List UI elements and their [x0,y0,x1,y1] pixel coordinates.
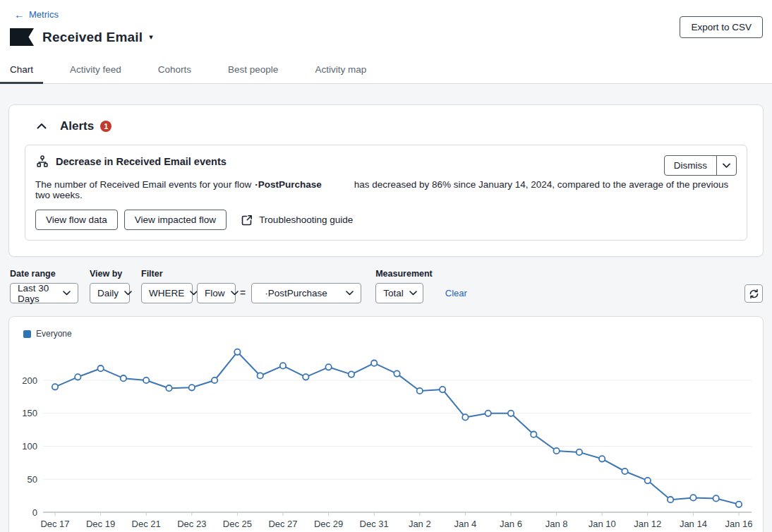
chart-card: Everyone 050100150200Dec 17Dec 19Dec 21D… [8,316,764,532]
refresh-icon [749,289,759,299]
chevron-down-icon [63,291,71,296]
x-axis-tick-label: Dec 29 [314,519,343,529]
filter-flow-value-select[interactable]: ·PostPurchase [251,283,361,303]
external-link-icon [241,214,253,226]
tab-activity-feed[interactable]: Activity feed [60,57,131,83]
chevron-down-icon [346,291,354,296]
dismiss-button[interactable]: Dismiss [665,156,716,175]
tab-activity-map[interactable]: Activity map [305,57,376,83]
chevron-down-icon [124,291,132,296]
data-point[interactable] [121,375,126,381]
legend-swatch-everyone [23,330,31,338]
chart-legend[interactable]: Everyone [9,327,763,341]
back-arrow-icon: ← [14,9,25,20]
data-point[interactable] [394,370,399,376]
alerts-count-badge: 1 [100,121,111,132]
alert-flow-name: ·PostPurchase [255,179,322,190]
x-axis-tick-label: Jan 6 [500,519,522,529]
x-axis-tick-label: Dec 17 [40,519,69,529]
dismiss-options-button[interactable] [716,156,736,175]
data-point[interactable] [553,448,559,454]
data-point[interactable] [508,411,514,416]
data-point[interactable] [440,387,445,392]
data-point[interactable] [280,363,286,368]
tab-chart[interactable]: Chart [0,57,43,83]
view-by-label: View by [90,269,130,279]
data-point[interactable] [52,384,58,389]
x-axis-tick-label: Jan 2 [409,519,431,529]
chevron-down-icon [409,291,417,296]
refresh-button[interactable] [744,284,763,303]
x-axis-tick-label: Jan 16 [725,519,752,529]
view-impacted-flow-button[interactable]: View impacted flow [124,210,227,230]
chevron-up-icon [36,121,47,132]
data-point[interactable] [349,371,354,377]
data-point[interactable] [258,373,263,378]
brand-flag-logo [10,28,34,46]
alerts-section-title: Alerts [60,119,94,133]
troubleshooting-guide-label: Troubleshooting guide [259,214,353,225]
data-point[interactable] [75,374,80,380]
legend-label-everyone: Everyone [36,329,72,339]
back-to-metrics-link[interactable]: ← Metrics [14,9,59,20]
line-chart: 050100150200Dec 17Dec 19Dec 21Dec 23Dec … [9,341,764,532]
data-point[interactable] [371,361,377,366]
data-point[interactable] [325,364,331,370]
x-axis-tick-label: Jan 8 [545,519,568,529]
data-point[interactable] [668,497,673,502]
data-point[interactable] [212,377,217,383]
measurement-select[interactable]: Total [375,283,423,303]
data-point[interactable] [462,414,468,420]
x-axis-tick-label: Dec 31 [360,519,389,529]
x-axis-tick-label: Dec 25 [223,519,252,529]
data-point[interactable] [417,388,423,394]
flow-icon [35,155,49,169]
x-axis-tick-label: Dec 19 [86,519,115,529]
filter-where-select[interactable]: WHERE [141,283,193,303]
date-range-label: Date range [10,269,78,279]
troubleshooting-guide-link[interactable]: Troubleshooting guide [241,214,353,226]
data-point[interactable] [622,468,627,474]
date-range-value: Last 30 Days [18,283,57,304]
data-point[interactable] [690,495,696,500]
data-point[interactable] [713,495,719,501]
data-point[interactable] [736,502,742,507]
view-by-select[interactable]: Daily [90,283,130,303]
tab-cohorts[interactable]: Cohorts [148,57,201,83]
data-point[interactable] [531,432,536,437]
data-point[interactable] [189,385,195,390]
date-range-select[interactable]: Last 30 Days [10,283,78,303]
data-point[interactable] [645,478,651,483]
x-axis-tick-label: Dec 23 [177,519,206,529]
title-dropdown-caret-icon[interactable]: ▾ [149,32,153,42]
measurement-label: Measurement [375,269,433,279]
chevron-down-icon [231,291,239,296]
y-axis-tick-label: 150 [22,408,37,418]
y-axis-tick-label: 0 [32,507,37,518]
data-point[interactable] [234,349,240,355]
y-axis-tick-label: 200 [22,375,37,386]
x-axis-tick-label: Dec 27 [268,519,297,529]
x-axis-tick-label: Dec 21 [132,519,161,529]
filter-label: Filter [141,269,236,279]
data-point[interactable] [577,449,582,455]
data-point[interactable] [143,377,149,383]
alert-description: The number of Received Email events for … [35,179,737,200]
measurement-value: Total [383,288,404,298]
data-point[interactable] [303,374,308,380]
clear-filters-link[interactable]: Clear [445,288,467,298]
view-flow-data-button[interactable]: View flow data [35,210,118,230]
tab-best-people[interactable]: Best people [218,57,288,83]
data-point[interactable] [599,456,605,461]
alerts-card: Alerts 1 Decrease in Received Email even… [8,104,764,257]
data-point[interactable] [166,385,171,391]
tab-bar: ChartActivity feedCohortsBest peopleActi… [0,57,772,84]
data-point[interactable] [97,365,103,371]
back-link-label: Metrics [29,9,59,20]
export-to-csv-button[interactable]: Export to CSV [680,16,763,38]
filter-field-select[interactable]: Flow [197,283,236,303]
filter-equals-sign: = [240,287,246,298]
x-axis-tick-label: Jan 10 [589,519,616,529]
alerts-collapse-button[interactable] [35,119,49,133]
data-point[interactable] [485,411,491,416]
